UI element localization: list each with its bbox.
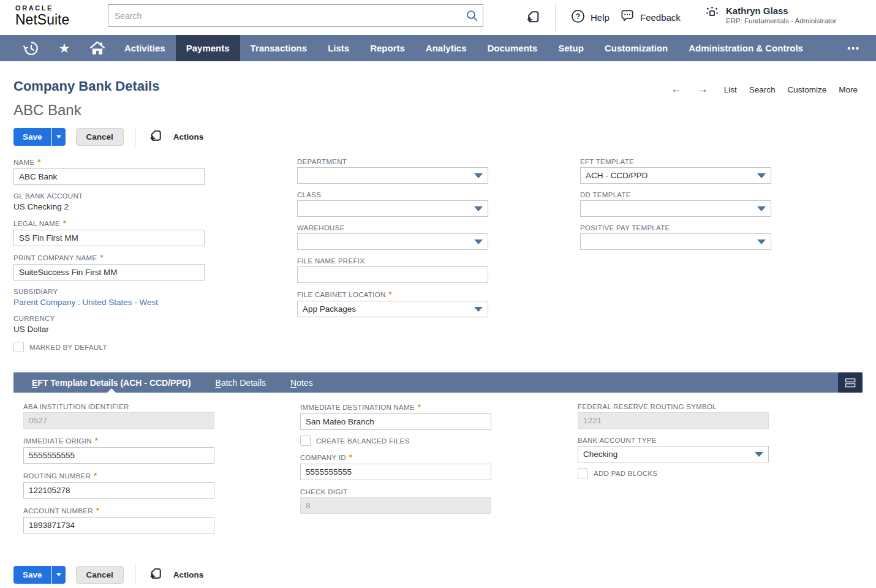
nav-item-transactions[interactable]: Transactions [240,35,318,61]
tab-batch-details[interactable]: Batch Details [206,372,276,393]
account-number-label: ACCOUNT NUMBER [23,507,93,514]
dd-template-select[interactable] [580,200,771,217]
field-currency: CURRENCY US Dollar [13,315,205,334]
create-record-icon[interactable] [526,9,541,24]
nav-overflow-menu[interactable]: ••• [847,35,860,61]
record-toolbar-top: Save Cancel Actions [13,127,203,147]
class-select[interactable] [297,200,488,217]
eft-template-details-section: ABA INSTITUTION IDENTIFIER IMMEDIATE ORI… [0,403,876,562]
save-button[interactable]: Save [13,128,51,146]
positive-pay-template-label: POSITIVE PAY TEMPLATE [580,224,670,232]
required-asterisk: * [63,219,66,228]
utility-more[interactable]: More [839,85,858,94]
home-icon[interactable] [81,35,114,61]
nav-item-analytics[interactable]: Analytics [415,35,477,61]
subsidiary-link[interactable]: Parent Company : United States - West [13,297,205,307]
utility-search[interactable]: Search [749,85,776,94]
bank-account-type-select[interactable]: Checking [578,446,769,462]
gl-bank-account-label: GL BANK ACCOUNT [13,192,83,200]
nav-item-lists[interactable]: Lists [317,35,360,61]
actions-button[interactable]: Actions [149,567,204,583]
file-cabinet-location-select[interactable]: App Packages [297,301,488,317]
user-role: ERP: Fundamentals - Administrator [726,17,836,26]
field-gl-bank-account: GL BANK ACCOUNT US Checking 2 [13,192,205,212]
eft-template-select[interactable]: ACH - CCD/PPD [580,167,771,184]
file-name-prefix-field[interactable] [297,266,488,283]
top-header: ORACLE NetSuite ? Help Feedback Kathryn … [0,0,876,35]
field-federal-reserve-routing-symbol: FEDERAL RESERVE ROUTING SYMBOL [578,403,769,429]
save-button[interactable]: Save [13,566,51,584]
nav-item-setup[interactable]: Setup [548,35,594,61]
chevron-down-icon [474,307,483,312]
field-account-number: ACCOUNT NUMBER* [23,507,214,533]
file-cabinet-location-value: App Packages [303,304,356,314]
utility-customize[interactable]: Customize [787,85,826,94]
department-select[interactable] [297,167,488,184]
name-label: NAME [13,159,34,166]
help-icon: ? [571,9,585,25]
create-balanced-files-label: CREATE BALANCED FILES [316,437,409,445]
user-menu[interactable]: Kathryn Glass ERP: Fundamentals - Admini… [704,5,836,26]
record-utilities: ← → List Search Customize More [671,83,858,96]
utility-list[interactable]: List [724,85,737,94]
toolbar-divider [135,127,135,147]
warehouse-select[interactable] [297,233,488,250]
nav-item-customization[interactable]: Customization [594,35,678,61]
help-button[interactable]: ? Help [571,9,610,25]
immediate-destination-name-field[interactable] [300,413,491,430]
cancel-button[interactable]: Cancel [76,128,124,146]
positive-pay-template-select[interactable] [580,233,771,250]
required-asterisk: * [418,403,421,412]
chevron-down-icon [757,173,766,178]
field-marked-by-default: MARKED BY DEFAULT [13,342,205,352]
nav-item-documents[interactable]: Documents [477,35,548,61]
add-pad-blocks-label: ADD PAD BLOCKS [594,470,657,477]
field-dd-template: DD TEMPLATE [580,191,771,217]
field-department: DEPARTMENT [297,158,488,184]
field-company-id: COMPANY ID* [300,453,491,480]
forward-arrow-icon[interactable]: → [698,83,708,96]
expand-rows-icon[interactable] [838,372,863,393]
marked-by-default-checkbox[interactable] [13,342,24,352]
nav-item-activities[interactable]: Activities [114,35,176,61]
federal-reserve-routing-symbol-label: FEDERAL RESERVE ROUTING SYMBOL [578,403,717,410]
shortcuts-star-icon[interactable]: ★ [48,35,81,61]
tab-eft-template-details[interactable]: EFT Template Details (ACH - CCD/PPD) [22,372,201,393]
feedback-button[interactable]: Feedback [620,9,681,25]
search-icon[interactable] [461,9,483,22]
field-eft-template: EFT TEMPLATE ACH - CCD/PPD [580,158,771,184]
save-dropdown-caret[interactable] [51,128,66,146]
immediate-origin-field[interactable] [23,447,214,464]
recent-records-icon[interactable] [15,35,48,61]
field-file-name-prefix: FILE NAME PREFIX [297,257,488,283]
toolbar-divider [135,565,135,585]
legal-name-field[interactable] [13,230,205,246]
company-id-field[interactable] [300,464,491,480]
nav-item-reports[interactable]: Reports [360,35,415,61]
name-field[interactable] [13,168,205,185]
tab-notes[interactable]: Notes [281,372,323,393]
required-asterisk: * [95,437,98,445]
eft-template-value: ACH - CCD/PPD [586,171,648,180]
print-company-name-field[interactable] [13,264,205,281]
account-number-field[interactable] [23,517,214,533]
field-warehouse: WAREHOUSE [297,224,488,250]
nav-item-payments[interactable]: Payments [176,35,240,61]
cancel-button[interactable]: Cancel [76,566,124,584]
create-balanced-files-checkbox[interactable] [300,435,311,446]
aba-label: ABA INSTITUTION IDENTIFIER [23,403,129,410]
help-label: Help [591,12,610,23]
routing-number-field[interactable] [23,482,214,499]
actions-button[interactable]: Actions [149,129,204,145]
search-input[interactable] [108,5,461,26]
nav-item-administration-controls[interactable]: Administration & Controls [678,35,814,61]
field-routing-number: ROUTING NUMBER* [23,472,214,499]
subsidiary-label: SUBSIDIARY [13,288,58,295]
required-asterisk: * [37,158,40,167]
save-dropdown-caret[interactable] [51,566,66,584]
currency-value: US Dollar [13,324,205,334]
netsuite-logo-text: NetSuite [15,13,69,27]
add-pad-blocks-checkbox[interactable] [578,468,588,478]
feedback-label: Feedback [640,12,681,23]
back-arrow-icon[interactable]: ← [671,83,682,96]
